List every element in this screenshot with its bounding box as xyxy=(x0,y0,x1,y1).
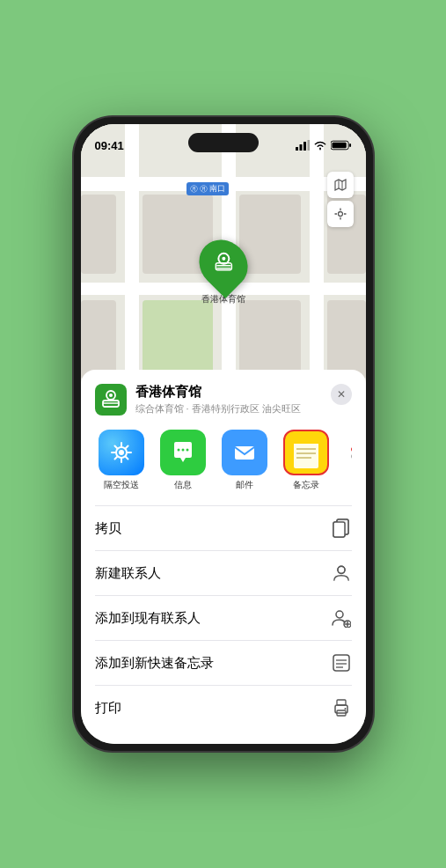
subway-label-text: ㊊ 南口 xyxy=(200,183,226,195)
svg-point-63 xyxy=(336,611,343,618)
svg-point-24 xyxy=(338,212,342,217)
action-add-note-label: 添加到新快速备忘录 xyxy=(95,655,214,672)
svg-rect-6 xyxy=(332,143,346,149)
airdrop-label: 隔空投送 xyxy=(104,479,139,491)
action-copy[interactable]: 拷贝 xyxy=(95,506,352,551)
share-airdrop[interactable]: 隔空投送 xyxy=(95,430,148,491)
svg-line-45 xyxy=(125,446,128,449)
share-apps-row: 隔空投送 信息 xyxy=(95,430,352,491)
place-header: 香港体育馆 综合体育馆 · 香港特别行政区 油尖旺区 ✕ xyxy=(95,384,352,416)
svg-line-44 xyxy=(125,457,128,460)
dynamic-island xyxy=(188,133,259,152)
mail-label: 邮件 xyxy=(236,479,253,491)
svg-rect-21 xyxy=(327,300,366,379)
svg-point-50 xyxy=(186,449,188,452)
phone-screen: 09:41 xyxy=(81,124,366,744)
place-info: 香港体育馆 综合体育馆 · 香港特别行政区 油尖旺区 xyxy=(135,384,331,416)
svg-rect-3 xyxy=(307,140,310,151)
map-controls xyxy=(327,172,354,227)
location-pin: 香港体育馆 xyxy=(201,239,246,305)
svg-point-74 xyxy=(344,708,346,710)
bottom-sheet: 香港体育馆 综合体育馆 · 香港特别行政区 油尖旺区 ✕ xyxy=(81,370,366,744)
notes-label: 备忘录 xyxy=(293,479,319,491)
svg-rect-17 xyxy=(239,300,301,379)
svg-rect-73 xyxy=(337,700,346,705)
svg-rect-5 xyxy=(349,143,351,147)
svg-point-48 xyxy=(177,449,179,452)
svg-rect-18 xyxy=(81,195,116,274)
svg-rect-19 xyxy=(81,300,116,379)
action-new-contact-label: 新建联系人 xyxy=(95,565,161,582)
print-icon xyxy=(331,697,352,718)
action-copy-label: 拷贝 xyxy=(95,520,121,537)
signal-icon xyxy=(296,140,310,151)
svg-point-49 xyxy=(181,449,184,452)
status-icons xyxy=(296,140,352,151)
battery-icon xyxy=(331,140,352,151)
svg-rect-2 xyxy=(303,142,306,151)
pin-inner-icon xyxy=(213,252,234,277)
share-mail[interactable]: 邮件 xyxy=(218,430,271,491)
svg-point-62 xyxy=(337,566,344,573)
add-contact-icon xyxy=(331,607,352,629)
svg-point-47 xyxy=(119,450,124,455)
action-add-note[interactable]: 添加到新快速备忘录 xyxy=(95,641,352,686)
status-time: 09:41 xyxy=(95,139,124,152)
svg-rect-60 xyxy=(333,522,345,537)
messages-icon xyxy=(160,430,206,475)
svg-rect-0 xyxy=(296,147,298,151)
svg-rect-1 xyxy=(299,144,302,151)
place-app-icon xyxy=(95,384,127,416)
action-list: 拷贝 新建联系人 xyxy=(95,505,352,730)
quick-note-icon xyxy=(331,652,352,673)
close-button[interactable]: ✕ xyxy=(331,384,352,405)
notes-icon xyxy=(283,430,329,475)
location-button[interactable] xyxy=(327,201,354,227)
svg-point-35 xyxy=(109,394,113,397)
svg-line-43 xyxy=(114,446,117,449)
share-more[interactable]: 推 xyxy=(341,430,352,491)
svg-rect-16 xyxy=(143,300,213,379)
wifi-icon xyxy=(313,140,327,151)
svg-rect-67 xyxy=(333,655,349,671)
action-add-existing-contact[interactable]: 添加到现有联系人 xyxy=(95,596,352,641)
share-messages[interactable]: 信息 xyxy=(157,430,209,491)
action-print[interactable]: 打印 xyxy=(95,686,352,730)
action-new-contact[interactable]: 新建联系人 xyxy=(95,551,352,596)
svg-line-46 xyxy=(114,457,117,460)
map-type-button[interactable] xyxy=(327,172,354,198)
copy-icon xyxy=(331,518,352,539)
messages-label: 信息 xyxy=(174,479,192,491)
subway-label: ㊊ ㊊ 南口 xyxy=(186,182,230,195)
mail-icon xyxy=(222,430,267,475)
phone-frame: 09:41 xyxy=(74,117,373,751)
new-contact-icon xyxy=(331,563,352,584)
airdrop-icon xyxy=(99,430,144,475)
share-notes[interactable]: 备忘录 xyxy=(280,430,333,491)
action-add-existing-label: 添加到现有联系人 xyxy=(95,610,201,627)
more-dots-icon xyxy=(344,437,352,469)
svg-rect-15 xyxy=(239,195,301,274)
svg-rect-53 xyxy=(292,437,320,444)
svg-point-30 xyxy=(222,257,225,261)
place-name: 香港体育馆 xyxy=(135,384,331,401)
action-print-label: 打印 xyxy=(95,700,121,717)
place-subtitle: 综合体育馆 · 香港特别行政区 油尖旺区 xyxy=(135,402,331,416)
